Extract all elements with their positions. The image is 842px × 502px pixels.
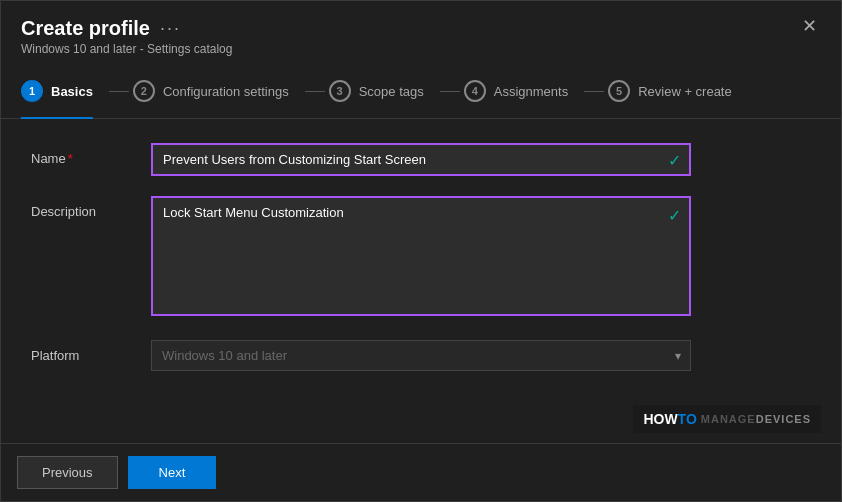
description-textarea[interactable]: Lock Start Menu Customization xyxy=(151,196,691,316)
watermark-devices: DEVICES xyxy=(756,413,811,425)
description-valid-icon: ✓ xyxy=(668,206,681,225)
step-configuration[interactable]: 2 Configuration settings xyxy=(133,76,301,106)
name-label: Name* xyxy=(31,143,151,166)
name-valid-icon: ✓ xyxy=(668,150,681,169)
step-assignments[interactable]: 4 Assignments xyxy=(464,76,580,106)
platform-select-wrapper: Windows 10 and later ▾ xyxy=(151,340,691,371)
step-review-create[interactable]: 5 Review + create xyxy=(608,76,744,106)
wizard-steps: 1 Basics 2 Configuration settings 3 Scop… xyxy=(1,64,841,119)
platform-row: Platform Windows 10 and later ▾ xyxy=(31,340,811,371)
step-basics[interactable]: 1 Basics xyxy=(21,76,105,106)
step-5-circle: 5 xyxy=(608,80,630,102)
close-button[interactable]: ✕ xyxy=(798,17,821,35)
step-2-circle: 2 xyxy=(133,80,155,102)
create-profile-window: Create profile ··· Windows 10 and later … xyxy=(0,0,842,502)
step-active-indicator xyxy=(21,117,93,119)
description-label: Description xyxy=(31,196,151,219)
platform-select[interactable]: Windows 10 and later xyxy=(151,340,691,371)
footer: Previous Next xyxy=(1,443,841,501)
step-3-circle: 3 xyxy=(329,80,351,102)
step-3-label: Scope tags xyxy=(359,84,424,99)
name-row: Name* ✓ xyxy=(31,143,811,176)
next-button[interactable]: Next xyxy=(128,456,217,489)
step-2-label: Configuration settings xyxy=(163,84,289,99)
title-content: Create profile ··· Windows 10 and later … xyxy=(21,17,232,56)
watermark-manage: MANAGE xyxy=(701,413,756,425)
step-separator-2 xyxy=(305,91,325,92)
main-content: Name* ✓ Description Lock Start Menu Cust… xyxy=(1,119,841,405)
platform-control-wrapper: Windows 10 and later ▾ xyxy=(151,340,691,371)
name-input-wrapper: ✓ xyxy=(151,143,691,176)
platform-label: Platform xyxy=(31,340,151,363)
step-separator-3 xyxy=(440,91,460,92)
name-control-wrapper: ✓ xyxy=(151,143,691,176)
title-bar: Create profile ··· Windows 10 and later … xyxy=(1,1,841,64)
window-subtitle: Windows 10 and later - Settings catalog xyxy=(21,42,232,56)
title-row: Create profile ··· xyxy=(21,17,232,40)
more-options-icon[interactable]: ··· xyxy=(160,18,181,39)
name-input[interactable] xyxy=(151,143,691,176)
description-row: Description Lock Start Menu Customizatio… xyxy=(31,196,811,320)
window-title: Create profile xyxy=(21,17,150,40)
step-1-label: Basics xyxy=(51,84,93,99)
previous-button[interactable]: Previous xyxy=(17,456,118,489)
step-separator-4 xyxy=(584,91,604,92)
required-indicator: * xyxy=(68,151,73,166)
step-1-circle: 1 xyxy=(21,80,43,102)
watermark-logo: HOW TO MANAGE DEVICES xyxy=(633,405,821,433)
step-4-label: Assignments xyxy=(494,84,568,99)
watermark-how: HOW xyxy=(643,411,677,427)
description-control-wrapper: Lock Start Menu Customization ✓ xyxy=(151,196,691,320)
step-separator-1 xyxy=(109,91,129,92)
step-5-label: Review + create xyxy=(638,84,732,99)
step-scope-tags[interactable]: 3 Scope tags xyxy=(329,76,436,106)
description-textarea-wrapper: Lock Start Menu Customization ✓ xyxy=(151,196,691,320)
step-4-circle: 4 xyxy=(464,80,486,102)
watermark-to: TO xyxy=(678,411,697,427)
watermark-area: HOW TO MANAGE DEVICES xyxy=(1,405,841,443)
